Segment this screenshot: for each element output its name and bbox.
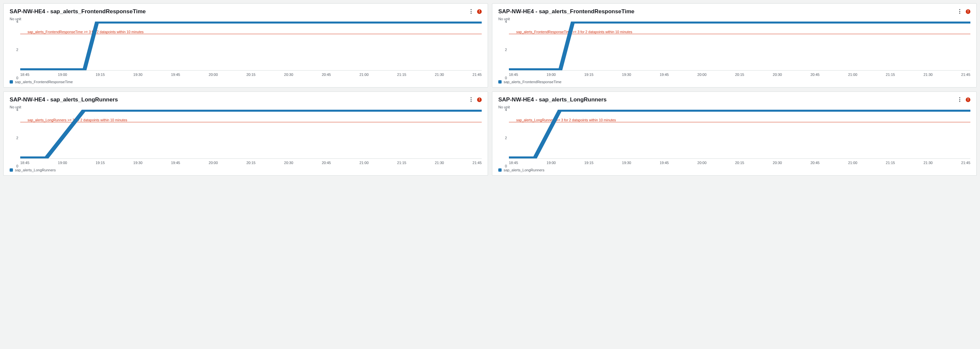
data-line: [20, 110, 482, 159]
y-axis: 420: [10, 22, 20, 78]
x-tick: 20:15: [735, 73, 745, 78]
x-tick: 20:15: [735, 161, 745, 166]
x-tick: 20:45: [810, 161, 820, 166]
alert-status-icon[interactable]: !: [966, 97, 970, 102]
x-tick: 20:00: [209, 73, 218, 78]
legend: sap_alerts_FrontendResponseTime: [10, 80, 482, 84]
x-tick: 19:30: [134, 161, 143, 166]
x-tick: 19:45: [660, 73, 669, 78]
chart-area: 420sap_alerts_FrontendResponseTime >= 3 …: [498, 22, 970, 78]
panel-header: SAP-NW-HE4 - sap_alerts_FrontendResponse…: [498, 8, 970, 15]
line-series-svg: [509, 22, 970, 70]
x-tick: 19:30: [622, 73, 631, 78]
x-tick: 21:30: [924, 73, 933, 78]
x-tick: 18:45: [509, 161, 518, 166]
x-tick: 20:30: [773, 161, 782, 166]
panel-title: SAP-NW-HE4 - sap_alerts_LongRunners: [10, 97, 118, 103]
chart-panel: SAP-NW-HE4 - sap_alerts_LongRunners⋮!No …: [492, 92, 977, 176]
plot: sap_alerts_FrontendResponseTime >= 3 for…: [20, 22, 482, 71]
panel-icon-group: ⋮!: [468, 97, 482, 102]
x-tick: 20:45: [322, 73, 331, 78]
panel-header: SAP-NW-HE4 - sap_alerts_FrontendResponse…: [10, 8, 482, 15]
x-tick: 21:15: [397, 161, 406, 166]
panel-icon-group: ⋮!: [957, 97, 970, 102]
x-tick: 19:30: [622, 161, 631, 166]
x-tick: 21:00: [359, 73, 369, 78]
legend-label: sap_alerts_FrontendResponseTime: [15, 80, 73, 84]
x-tick: 18:45: [509, 73, 518, 78]
kebab-menu-icon[interactable]: ⋮: [957, 9, 963, 14]
x-axis: 18:4519:0019:1519:3019:4520:0020:1520:30…: [20, 159, 482, 166]
x-tick: 19:45: [171, 73, 180, 78]
plot-wrap: sap_alerts_LongRunners >= 3 for 2 datapo…: [509, 110, 970, 166]
x-tick: 20:45: [810, 73, 820, 78]
y-axis: 420: [10, 110, 20, 166]
y-axis-unit: No unit: [498, 105, 970, 109]
plot-wrap: sap_alerts_FrontendResponseTime >= 3 for…: [509, 22, 970, 78]
chart-area: 420sap_alerts_LongRunners >= 3 for 2 dat…: [498, 110, 970, 166]
chart-area: 420sap_alerts_FrontendResponseTime >= 3 …: [10, 22, 482, 78]
plot-wrap: sap_alerts_LongRunners >= 3 for 2 datapo…: [20, 110, 482, 166]
x-axis: 18:4519:0019:1519:3019:4520:0020:1520:30…: [509, 159, 970, 166]
panel-icon-group: ⋮!: [957, 9, 970, 14]
x-tick: 19:30: [134, 73, 143, 78]
x-tick: 21:00: [359, 161, 369, 166]
x-tick: 20:15: [247, 161, 256, 166]
x-tick: 21:30: [924, 161, 933, 166]
plot: sap_alerts_LongRunners >= 3 for 2 datapo…: [509, 110, 970, 159]
x-tick: 20:15: [247, 73, 256, 78]
x-tick: 21:15: [886, 73, 895, 78]
kebab-menu-icon[interactable]: ⋮: [468, 97, 474, 102]
alert-status-icon[interactable]: !: [966, 9, 970, 14]
x-axis: 18:4519:0019:1519:3019:4520:0020:1520:30…: [20, 71, 482, 78]
plot-wrap: sap_alerts_FrontendResponseTime >= 3 for…: [20, 22, 482, 78]
panel-header: SAP-NW-HE4 - sap_alerts_LongRunners⋮!: [498, 97, 970, 103]
x-tick: 19:15: [584, 73, 593, 78]
x-tick: 19:15: [95, 73, 105, 78]
x-tick: 19:00: [547, 73, 556, 78]
legend-swatch-icon: [10, 80, 13, 84]
panel-title: SAP-NW-HE4 - sap_alerts_FrontendResponse…: [10, 8, 146, 15]
x-tick: 21:15: [886, 161, 895, 166]
panel-header: SAP-NW-HE4 - sap_alerts_LongRunners⋮!: [10, 97, 482, 103]
legend-label: sap_alerts_FrontendResponseTime: [504, 80, 561, 84]
y-axis-unit: No unit: [10, 105, 482, 109]
x-tick: 20:00: [209, 161, 218, 166]
legend-label: sap_alerts_LongRunners: [504, 168, 544, 172]
alert-status-icon[interactable]: !: [477, 97, 482, 102]
x-tick: 19:45: [171, 161, 180, 166]
y-axis-unit: No unit: [498, 17, 970, 21]
x-tick: 20:30: [284, 73, 293, 78]
alert-status-icon[interactable]: !: [477, 9, 482, 14]
x-tick: 21:45: [961, 161, 970, 166]
x-tick: 19:00: [58, 161, 67, 166]
legend: sap_alerts_LongRunners: [10, 168, 482, 172]
x-tick: 19:00: [58, 73, 67, 78]
panel-title: SAP-NW-HE4 - sap_alerts_FrontendResponse…: [498, 8, 634, 15]
x-tick: 19:15: [584, 161, 593, 166]
x-tick: 19:45: [660, 161, 669, 166]
x-tick: 21:00: [848, 73, 857, 78]
x-tick: 21:00: [848, 161, 857, 166]
legend: sap_alerts_FrontendResponseTime: [498, 80, 970, 84]
x-axis: 18:4519:0019:1519:3019:4520:0020:1520:30…: [509, 71, 970, 78]
x-tick: 20:45: [322, 161, 331, 166]
legend: sap_alerts_LongRunners: [498, 168, 970, 172]
kebab-menu-icon[interactable]: ⋮: [468, 9, 474, 14]
plot: sap_alerts_LongRunners >= 3 for 2 datapo…: [20, 110, 482, 159]
kebab-menu-icon[interactable]: ⋮: [957, 97, 963, 102]
data-line: [509, 110, 970, 159]
x-tick: 20:00: [697, 161, 706, 166]
legend-label: sap_alerts_LongRunners: [15, 168, 56, 172]
plot: sap_alerts_FrontendResponseTime >= 3 for…: [509, 22, 970, 71]
line-series-svg: [20, 22, 482, 70]
panel-icon-group: ⋮!: [468, 9, 482, 14]
legend-swatch-icon: [498, 168, 502, 172]
x-tick: 21:15: [397, 73, 406, 78]
y-axis: 420: [498, 110, 509, 166]
x-tick: 21:45: [473, 161, 482, 166]
x-tick: 20:30: [284, 161, 293, 166]
x-tick: 20:30: [773, 73, 782, 78]
y-axis: 420: [498, 22, 509, 78]
x-tick: 19:00: [547, 161, 556, 166]
